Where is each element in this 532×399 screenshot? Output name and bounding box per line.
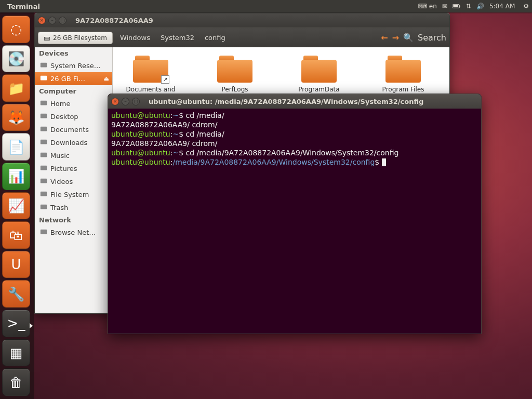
terminal-line: 9A72A08872A06AA9/ cdrom/: [111, 139, 478, 148]
sidebar-item-label: Desktop: [50, 113, 78, 121]
window-maximize-button[interactable]: ▢: [59, 17, 66, 24]
network-indicator[interactable]: ⇅: [466, 3, 471, 10]
breadcrumb-root[interactable]: 🖴 26 GB Filesystem: [38, 32, 113, 44]
active-app-title: Terminal: [7, 3, 40, 10]
sidebar-item-label: Downloads: [50, 139, 87, 147]
window-close-button[interactable]: ×: [111, 98, 119, 105]
sidebar-item-label: Documents: [50, 126, 89, 134]
sidebar-item-label: 26 GB Fi…: [50, 75, 85, 83]
folder-icon: [217, 56, 252, 83]
launcher-writer[interactable]: 📄: [2, 133, 30, 161]
svg-rect-12: [41, 192, 47, 196]
breadcrumb-root-label: 26 GB Filesystem: [53, 34, 107, 42]
svg-rect-3: [41, 63, 47, 68]
launcher-settings[interactable]: 🔧: [2, 280, 30, 308]
window-maximize-button[interactable]: ▢: [132, 98, 140, 105]
sidebar-item[interactable]: Music: [35, 149, 112, 162]
launcher-trash[interactable]: 🗑: [2, 368, 30, 396]
sidebar-item-label: Home: [50, 100, 70, 108]
terminal-titlebar[interactable]: × – ▢ ubuntu@ubuntu: /media/9A72A08872A0…: [108, 94, 481, 109]
files-window-title: 9A72A08872A06AA9: [75, 17, 153, 24]
sidebar-item[interactable]: Downloads: [35, 136, 112, 149]
launcher-software-center[interactable]: 🛍: [2, 221, 30, 249]
launcher-files[interactable]: 📁: [2, 74, 30, 102]
eject-icon[interactable]: ⏏: [104, 75, 109, 82]
svg-rect-2: [453, 5, 458, 7]
terminal-line: 9A72A08872A06AA9/ cdrom/: [111, 120, 478, 129]
unity-launcher: ◌💽📁🦊📄📊📈🛍U🔧>_▦🗑: [0, 12, 34, 399]
sidebar-item[interactable]: Videos: [35, 175, 112, 188]
keyboard-indicator[interactable]: ⌨ en: [418, 3, 436, 10]
nav-forward-button[interactable]: →: [392, 33, 399, 43]
sidebar-item-label: Pictures: [50, 165, 77, 172]
search-label[interactable]: Search: [418, 33, 446, 43]
terminal-cursor: [382, 158, 386, 166]
launcher-disk-utility[interactable]: 💽: [2, 45, 30, 73]
folder-label: Program Files: [369, 86, 437, 93]
folder-icon: [301, 56, 337, 83]
sidebar-item-label: Browse Net…: [50, 229, 96, 236]
files-sidebar: DevicesSystem Rese…26 GB Fi…⏏ComputerHom…: [35, 47, 113, 313]
breadcrumb-segment[interactable]: System32: [155, 32, 200, 44]
svg-rect-14: [41, 230, 47, 234]
folder-icon: ↗: [133, 56, 168, 83]
sidebar-item[interactable]: Home: [35, 97, 112, 110]
breadcrumb-segment[interactable]: config: [200, 32, 231, 44]
window-close-button[interactable]: ×: [38, 17, 46, 24]
sidebar-item[interactable]: Pictures: [35, 162, 112, 175]
search-icon[interactable]: 🔍: [403, 33, 414, 43]
folder-label: PerfLogs: [201, 86, 269, 93]
launcher-impress[interactable]: 📈: [2, 192, 30, 220]
mail-indicator[interactable]: ✉: [442, 3, 447, 10]
sidebar-item[interactable]: Desktop: [35, 110, 112, 123]
terminal-body[interactable]: ubuntu@ubuntu:~$ cd /media/9A72A08872A06…: [108, 109, 481, 169]
battery-indicator[interactable]: [453, 2, 461, 10]
launcher-firefox[interactable]: 🦊: [2, 104, 30, 131]
breadcrumb-segment[interactable]: Windows: [115, 32, 155, 44]
sidebar-item[interactable]: Documents: [35, 123, 112, 136]
svg-rect-11: [41, 179, 47, 183]
sidebar-section-header: Devices: [35, 47, 112, 59]
folder-icon: [40, 125, 47, 134]
sidebar-item[interactable]: Trash: [35, 201, 112, 214]
sidebar-item[interactable]: File System: [35, 188, 112, 201]
sidebar-item-label: File System: [50, 191, 89, 198]
clock[interactable]: 5:04 AM: [489, 3, 515, 10]
sidebar-item[interactable]: 26 GB Fi…⏏: [35, 72, 112, 85]
nav-back-button[interactable]: ←: [381, 33, 388, 43]
sidebar-item-label: System Rese…: [50, 62, 101, 70]
launcher-ubuntu-one[interactable]: U: [2, 251, 30, 278]
sound-indicator[interactable]: 🔊: [476, 3, 484, 10]
drive-icon: [40, 74, 47, 83]
terminal-window-title: ubuntu@ubuntu: /media/9A72A08872A06AA9/W…: [149, 98, 423, 105]
terminal-line: ubuntu@ubuntu:~$ cd /media/: [111, 129, 478, 139]
launcher-terminal[interactable]: >_: [2, 310, 30, 337]
folder-item[interactable]: PerfLogs: [201, 56, 269, 93]
sidebar-item-label: Videos: [50, 178, 73, 185]
terminal-line: ubuntu@ubuntu:~$ cd /media/9A72A08872A06…: [111, 148, 478, 157]
svg-rect-1: [459, 6, 460, 7]
files-titlebar[interactable]: × – ▢ 9A72A08872A06AA9: [35, 13, 449, 28]
terminal-window: × – ▢ ubuntu@ubuntu: /media/9A72A08872A0…: [108, 94, 482, 334]
sidebar-item[interactable]: System Rese…: [35, 59, 112, 72]
drive-icon: [40, 61, 47, 70]
top-panel: Terminal ⌨ en ✉ ⇅ 🔊 5:04 AM ⚙: [0, 0, 532, 12]
svg-rect-8: [41, 140, 47, 144]
svg-rect-7: [41, 127, 47, 131]
folder-item[interactable]: ProgramData: [285, 56, 353, 93]
window-minimize-button[interactable]: –: [48, 17, 56, 24]
sidebar-item[interactable]: Browse Net…: [35, 226, 112, 239]
folder-item[interactable]: Program Files: [369, 56, 437, 93]
session-indicator[interactable]: ⚙: [523, 3, 529, 10]
drive-icon: 🖴: [44, 34, 50, 42]
home-icon: [40, 99, 47, 108]
folder-icon: [40, 164, 47, 173]
trash-icon: [40, 203, 47, 212]
launcher-workspaces[interactable]: ▦: [2, 339, 30, 367]
folder-icon: [40, 177, 47, 186]
window-minimize-button[interactable]: –: [122, 98, 129, 105]
sidebar-section-header: Network: [35, 214, 112, 226]
launcher-calc[interactable]: 📊: [2, 163, 30, 190]
terminal-line: ubuntu@ubuntu:/media/9A72A08872A06AA9/Wi…: [111, 157, 478, 167]
launcher-dash[interactable]: ◌: [2, 16, 30, 43]
